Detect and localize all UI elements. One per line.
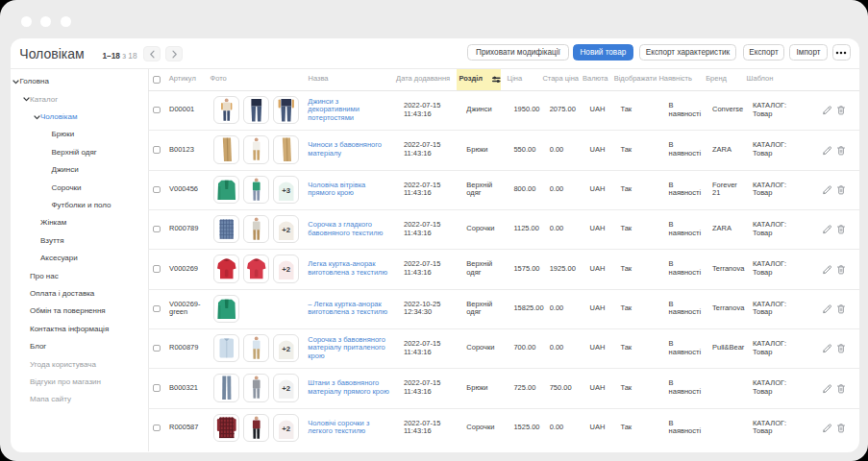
svg-text:+2: +2: [282, 226, 291, 234]
svg-text:+3: +3: [282, 185, 291, 194]
svg-text:+2: +2: [282, 345, 291, 353]
svg-text:+2: +2: [282, 384, 291, 393]
svg-text:+2: +2: [282, 424, 291, 432]
svg-text:+2: +2: [282, 265, 291, 274]
